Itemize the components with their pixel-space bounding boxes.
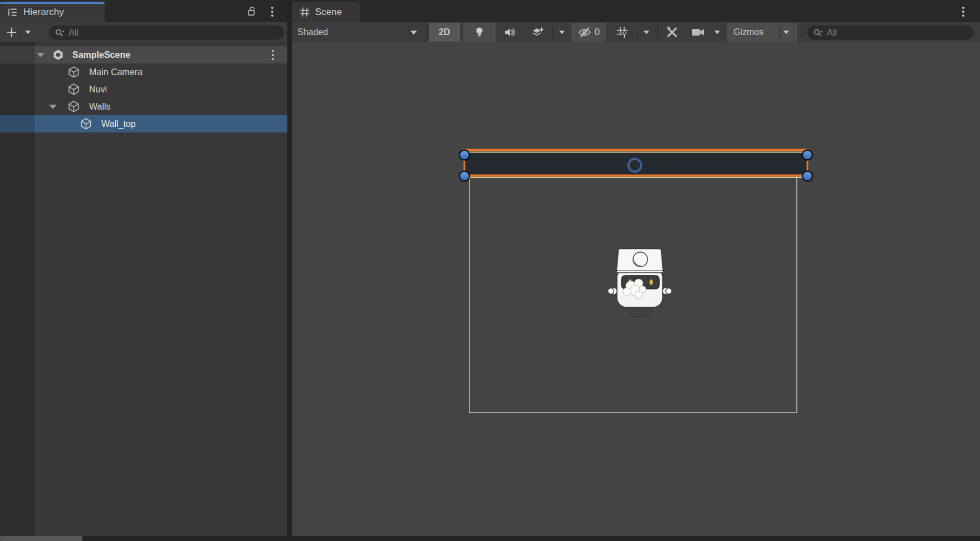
handle-top-left [459, 150, 469, 160]
scene-tabbar: Scene [292, 0, 980, 22]
scene-grid-icon [300, 7, 310, 17]
robot-sprite [608, 249, 672, 317]
tree-row-label: Walls [89, 102, 111, 112]
handle-top-right [802, 150, 812, 160]
component-tools-button[interactable] [659, 23, 685, 42]
draw-mode-value: Shaded [297, 27, 328, 37]
chevron-down-icon [559, 31, 565, 34]
tools-icon [665, 26, 679, 39]
effects-dropdown[interactable] [553, 23, 570, 42]
hierarchy-tree: SampleScene Main Camera [0, 42, 287, 536]
cube-icon [67, 66, 80, 78]
chevron-down-icon [410, 31, 417, 35]
tree-row-nuvi[interactable]: Nuvi [0, 81, 287, 98]
chevron-down-icon [714, 31, 720, 34]
effects-layers-icon [531, 26, 545, 38]
hierarchy-toolbar: All [0, 22, 287, 42]
hierarchy-panel: Hierarchy [0, 0, 287, 541]
tree-row-walls[interactable]: Walls [0, 98, 287, 115]
effects-toggle[interactable] [525, 23, 551, 42]
tab-scene-label: Scene [315, 7, 342, 18]
hierarchy-search-placeholder: All [68, 28, 79, 38]
foldout-open-icon[interactable] [49, 105, 57, 109]
cube-icon [67, 100, 80, 113]
grid-dropdown[interactable] [638, 23, 655, 42]
scene-lighting-toggle[interactable] [463, 23, 496, 42]
chevron-down-icon [644, 31, 649, 34]
scene-search-placeholder: All [827, 28, 837, 38]
hidden-objects-toggle[interactable]: 0 [571, 23, 606, 42]
handle-bottom-left [459, 171, 469, 181]
cube-icon [80, 117, 92, 130]
hierarchy-icon [7, 7, 18, 18]
hierarchy-hscrollbar-thumb[interactable] [0, 536, 82, 541]
hierarchy-menu-button[interactable] [267, 5, 278, 18]
wall-top-selected-object [463, 150, 809, 178]
camera-settings-button[interactable] [687, 23, 709, 42]
grid-visibility-toggle[interactable] [609, 23, 635, 42]
scene-canvas [292, 42, 980, 536]
tree-row-wall-top[interactable]: Wall_top [0, 115, 287, 132]
active-tab-indicator [0, 2, 105, 4]
tree-row-samplescene[interactable]: SampleScene [0, 46, 287, 63]
scene-viewport[interactable] [292, 42, 980, 536]
tree-row-main-camera[interactable]: Main Camera [0, 63, 287, 81]
tab-scene[interactable]: Scene [292, 2, 360, 22]
gizmos-label: Gizmos [733, 27, 763, 37]
eye-slash-icon [577, 27, 592, 38]
grid-axis-icon [616, 26, 629, 39]
hierarchy-lock-button[interactable] [247, 5, 258, 17]
create-object-button[interactable] [3, 23, 20, 42]
hidden-count: 0 [595, 27, 600, 38]
gizmos-dropdown[interactable]: Gizmos [727, 23, 797, 42]
chevron-down-icon [25, 31, 31, 34]
hierarchy-tabbar: Hierarchy [0, 0, 287, 22]
camera-icon [692, 27, 705, 37]
scene-search-input[interactable]: All [807, 26, 973, 40]
tree-row-label: Main Camera [89, 67, 143, 77]
unlock-icon [247, 5, 258, 17]
scene-toolbar: Shaded 2D [292, 22, 980, 42]
tab-hierarchy-label: Hierarchy [23, 7, 64, 18]
hierarchy-search-input[interactable]: All [49, 26, 284, 40]
draw-mode-dropdown[interactable]: Shaded [292, 23, 425, 42]
create-object-dropdown[interactable] [21, 23, 35, 42]
audio-toggle[interactable] [498, 23, 522, 42]
scene-panel: Scene Shaded 2D [292, 0, 980, 536]
foldout-open-icon[interactable] [37, 53, 45, 57]
tree-row-label: SampleScene [72, 50, 130, 60]
2d-label: 2D [439, 27, 450, 37]
search-icon [55, 28, 65, 37]
lightbulb-icon [474, 26, 485, 38]
tree-row-label: Nuvi [89, 85, 107, 95]
unity-scene-icon [52, 48, 65, 61]
tab-hierarchy[interactable]: Hierarchy [0, 2, 105, 22]
handle-bottom-right [802, 171, 812, 181]
speaker-icon [504, 27, 516, 38]
bottom-strip [0, 536, 980, 541]
plus-icon [6, 27, 17, 38]
cube-icon [67, 83, 80, 96]
scene-options-button[interactable] [267, 48, 278, 62]
tree-row-label: Wall_top [101, 119, 136, 129]
camera-dropdown[interactable] [709, 23, 725, 42]
chevron-down-icon [783, 31, 789, 34]
2d-toggle-button[interactable]: 2D [429, 23, 460, 42]
unity-editor-window: Hierarchy [0, 0, 980, 541]
scene-menu-button[interactable] [958, 5, 969, 18]
panel-divider[interactable] [287, 0, 292, 541]
search-icon [814, 28, 824, 37]
